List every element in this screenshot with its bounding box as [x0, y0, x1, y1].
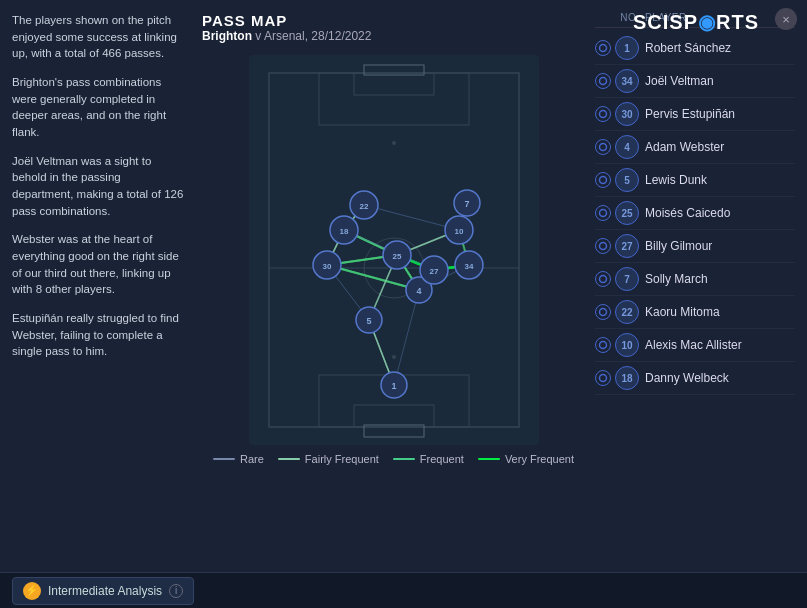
player-name: Solly March [645, 272, 795, 286]
svg-text:5: 5 [366, 316, 371, 326]
svg-text:4: 4 [416, 286, 421, 296]
player-check[interactable] [595, 238, 611, 254]
legend-frequent: Frequent [393, 453, 464, 465]
player-row[interactable]: 22 Kaoru Mitoma [595, 296, 795, 329]
svg-point-70 [600, 144, 607, 151]
player-check[interactable] [595, 106, 611, 122]
svg-point-75 [600, 309, 607, 316]
player-check[interactable] [595, 172, 611, 188]
svg-point-76 [600, 342, 607, 349]
svg-point-68 [600, 78, 607, 85]
player-number: 5 [615, 168, 639, 192]
player-row[interactable]: 10 Alexis Mac Allister [595, 329, 795, 362]
player-number: 34 [615, 69, 639, 93]
player-number: 18 [615, 366, 639, 390]
svg-text:25: 25 [392, 252, 401, 261]
pitch-wrapper: 1 5 4 30 18 25 [249, 55, 539, 445]
pitch-area: PASS MAP Brighton v Arsenal, 28/12/2022 [202, 12, 585, 560]
svg-point-11 [392, 141, 396, 145]
svg-text:27: 27 [429, 267, 438, 276]
badge-icon: ⚡ [23, 582, 41, 600]
svg-point-72 [600, 210, 607, 217]
logo: SCISP◉RTS [633, 10, 759, 34]
player-row[interactable]: 4 Adam Webster [595, 131, 795, 164]
legend-frequent-line [393, 458, 415, 460]
text-panel: The players shown on the pitch enjoyed s… [12, 12, 192, 560]
player-name: Robert Sánchez [645, 41, 795, 55]
player-number: 7 [615, 267, 639, 291]
svg-point-67 [600, 45, 607, 52]
legend-very-frequent-line [478, 458, 500, 460]
text-p3: Joël Veltman was a sight to behold in th… [12, 153, 184, 220]
player-row[interactable]: 34 Joël Veltman [595, 65, 795, 98]
legend-very-frequent: Very Frequent [478, 453, 574, 465]
svg-point-74 [600, 276, 607, 283]
player-check[interactable] [595, 205, 611, 221]
player-number: 22 [615, 300, 639, 324]
badge-info-icon[interactable]: i [169, 584, 183, 598]
player-check[interactable] [595, 370, 611, 386]
player-row[interactable]: 1 Robert Sánchez [595, 32, 795, 65]
svg-text:7: 7 [464, 199, 469, 209]
player-row[interactable]: 30 Pervis Estupiñán [595, 98, 795, 131]
player-row[interactable]: 25 Moisés Caicedo [595, 197, 795, 230]
player-number: 25 [615, 201, 639, 225]
player-number: 27 [615, 234, 639, 258]
player-name: Adam Webster [645, 140, 795, 154]
player-check[interactable] [595, 271, 611, 287]
intermediate-analysis-badge[interactable]: ⚡ Intermediate Analysis i [12, 577, 194, 605]
player-check[interactable] [595, 304, 611, 320]
content-area: The players shown on the pitch enjoyed s… [0, 0, 807, 572]
legend-fairly-frequent: Fairly Frequent [278, 453, 379, 465]
legend: Rare Fairly Frequent Frequent Very Frequ… [213, 453, 574, 465]
svg-text:34: 34 [464, 262, 473, 271]
player-name: Billy Gilmour [645, 239, 795, 253]
player-check[interactable] [595, 73, 611, 89]
svg-point-77 [600, 375, 607, 382]
player-row[interactable]: 5 Lewis Dunk [595, 164, 795, 197]
close-button[interactable]: × [775, 8, 797, 30]
svg-text:10: 10 [454, 227, 463, 236]
player-name: Lewis Dunk [645, 173, 795, 187]
player-name: Pervis Estupiñán [645, 107, 795, 121]
player-name: Joël Veltman [645, 74, 795, 88]
player-row[interactable]: 7 Solly March [595, 263, 795, 296]
text-p4: Webster was at the heart of everything g… [12, 231, 184, 298]
player-number: 4 [615, 135, 639, 159]
main-container: × SCISP◉RTS The players shown on the pit… [0, 0, 807, 608]
text-p5: Estupiñán really struggled to find Webst… [12, 310, 184, 360]
player-number: 30 [615, 102, 639, 126]
player-row[interactable]: 27 Billy Gilmour [595, 230, 795, 263]
svg-point-71 [600, 177, 607, 184]
player-check[interactable] [595, 337, 611, 353]
pass-map-title: PASS MAP [202, 12, 371, 29]
svg-point-69 [600, 111, 607, 118]
player-row[interactable]: 18 Danny Welbeck [595, 362, 795, 395]
svg-point-73 [600, 243, 607, 250]
bottom-bar: ⚡ Intermediate Analysis i [0, 572, 807, 608]
player-name: Danny Welbeck [645, 371, 795, 385]
svg-text:18: 18 [339, 227, 348, 236]
svg-text:22: 22 [359, 202, 368, 211]
player-name: Alexis Mac Allister [645, 338, 795, 352]
player-check[interactable] [595, 139, 611, 155]
player-rows-container: 1 Robert Sánchez 34 Joël Veltman 30 Perv… [595, 32, 795, 395]
player-name: Kaoru Mitoma [645, 305, 795, 319]
pitch-subtitle: Brighton v Arsenal, 28/12/2022 [202, 29, 371, 43]
pitch-svg: 1 5 4 30 18 25 [249, 55, 539, 445]
text-p2: Brighton's pass combinations were genera… [12, 74, 184, 141]
text-p1: The players shown on the pitch enjoyed s… [12, 12, 184, 62]
player-check[interactable] [595, 40, 611, 56]
legend-fairly-frequent-line [278, 458, 300, 460]
legend-rare: Rare [213, 453, 264, 465]
legend-rare-line [213, 458, 235, 460]
player-number: 1 [615, 36, 639, 60]
pitch-title: PASS MAP Brighton v Arsenal, 28/12/2022 [202, 12, 371, 51]
svg-point-12 [392, 355, 396, 359]
svg-text:30: 30 [322, 262, 331, 271]
player-name: Moisés Caicedo [645, 206, 795, 220]
badge-label: Intermediate Analysis [48, 584, 162, 598]
player-list: NO. PLAYER ▲ 1 Robert Sánchez 34 Joël Ve… [595, 12, 795, 560]
svg-text:1: 1 [391, 381, 396, 391]
player-number: 10 [615, 333, 639, 357]
